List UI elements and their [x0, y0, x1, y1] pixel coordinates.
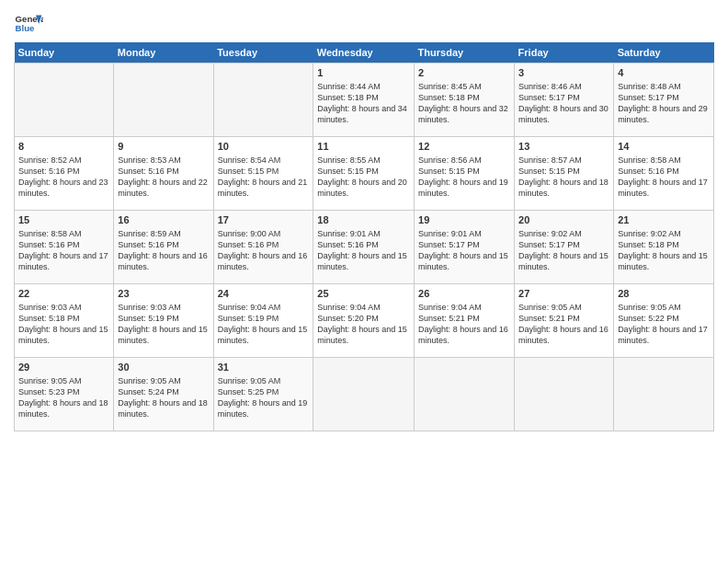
svg-text:Blue: Blue [16, 23, 35, 33]
calendar-cell: 29Sunrise: 9:05 AMSunset: 5:23 PMDayligh… [15, 358, 114, 431]
sunrise: Sunrise: 9:04 AM [218, 303, 281, 312]
sunset: Sunset: 5:19 PM [118, 314, 179, 323]
daylight: Daylight: 8 hours and 30 minutes. [518, 104, 609, 124]
sunset: Sunset: 5:15 PM [418, 167, 480, 176]
daylight: Daylight: 8 hours and 18 minutes. [518, 178, 609, 198]
calendar-cell: 3Sunrise: 8:46 AMSunset: 5:17 PMDaylight… [515, 63, 614, 137]
sunrise: Sunrise: 8:55 AM [317, 155, 381, 165]
day-number: 15 [18, 213, 109, 227]
sunset: Sunset: 5:16 PM [118, 240, 179, 249]
calendar-cell: 18Sunrise: 9:01 AMSunset: 5:16 PMDayligh… [313, 211, 415, 284]
calendar-cell: 2Sunrise: 8:45 AMSunset: 5:18 PMDaylight… [415, 63, 515, 137]
page-container: General Blue SundayMondayTuesdayWednesda… [0, 0, 728, 441]
calendar-cell [213, 63, 313, 137]
day-number: 11 [317, 140, 410, 154]
calendar-cell: 19Sunrise: 9:01 AMSunset: 5:17 PMDayligh… [415, 211, 515, 284]
sunrise: Sunrise: 9:01 AM [317, 229, 381, 238]
day-number: 13 [518, 140, 609, 154]
day-number: 19 [418, 213, 510, 227]
daylight: Daylight: 8 hours and 20 minutes. [317, 178, 407, 198]
daylight: Daylight: 8 hours and 19 minutes. [218, 398, 308, 419]
sunset: Sunset: 5:17 PM [618, 93, 679, 102]
sunset: Sunset: 5:16 PM [218, 240, 279, 249]
daylight: Daylight: 8 hours and 15 minutes. [418, 251, 508, 271]
calendar-cell: 15Sunrise: 8:58 AMSunset: 5:16 PMDayligh… [15, 211, 114, 284]
daylight: Daylight: 8 hours and 34 minutes. [317, 104, 407, 124]
calendar-cell: 10Sunrise: 8:54 AMSunset: 5:15 PMDayligh… [213, 137, 313, 211]
daylight: Daylight: 8 hours and 17 minutes. [18, 251, 108, 271]
day-of-week-row: SundayMondayTuesdayWednesdayThursdayFrid… [15, 42, 714, 63]
calendar-cell: 12Sunrise: 8:56 AMSunset: 5:15 PMDayligh… [415, 137, 515, 211]
calendar-cell: 8Sunrise: 8:52 AMSunset: 5:16 PMDaylight… [15, 137, 114, 211]
day-number: 21 [618, 213, 710, 227]
sunrise: Sunrise: 9:00 AM [218, 229, 281, 238]
calendar-cell: 11Sunrise: 8:55 AMSunset: 5:15 PMDayligh… [313, 137, 415, 211]
sunrise: Sunrise: 9:05 AM [218, 376, 281, 385]
daylight: Daylight: 8 hours and 16 minutes. [418, 325, 508, 345]
dow-header: Tuesday [213, 42, 313, 63]
calendar-week-row: 22Sunrise: 9:03 AMSunset: 5:18 PMDayligh… [15, 284, 714, 358]
sunset: Sunset: 5:16 PM [118, 167, 179, 176]
day-number: 16 [118, 213, 209, 227]
sunset: Sunset: 5:18 PM [418, 93, 480, 102]
day-number: 23 [118, 287, 209, 301]
day-number: 25 [317, 287, 410, 301]
day-number: 12 [418, 140, 510, 154]
calendar-week-row: 29Sunrise: 9:05 AMSunset: 5:23 PMDayligh… [15, 358, 714, 431]
sunset: Sunset: 5:18 PM [618, 240, 679, 249]
sunset: Sunset: 5:19 PM [218, 314, 279, 323]
sunrise: Sunrise: 8:58 AM [18, 229, 82, 238]
day-number: 8 [18, 140, 109, 154]
daylight: Daylight: 8 hours and 29 minutes. [618, 104, 708, 124]
dow-header: Monday [114, 42, 213, 63]
daylight: Daylight: 8 hours and 15 minutes. [317, 251, 407, 271]
calendar-cell: 27Sunrise: 9:05 AMSunset: 5:21 PMDayligh… [515, 284, 614, 358]
day-number: 20 [518, 213, 609, 227]
day-number: 14 [618, 140, 710, 154]
daylight: Daylight: 8 hours and 22 minutes. [118, 178, 208, 198]
sunrise: Sunrise: 9:04 AM [317, 303, 381, 312]
dow-header: Sunday [15, 42, 114, 63]
daylight: Daylight: 8 hours and 17 minutes. [618, 178, 708, 198]
sunrise: Sunrise: 8:52 AM [18, 155, 82, 165]
calendar-cell: 25Sunrise: 9:04 AMSunset: 5:20 PMDayligh… [313, 284, 415, 358]
calendar-week-row: 1Sunrise: 8:44 AMSunset: 5:18 PMDaylight… [15, 63, 714, 137]
day-number: 10 [218, 140, 310, 154]
calendar-cell: 20Sunrise: 9:02 AMSunset: 5:17 PMDayligh… [515, 211, 614, 284]
calendar-week-row: 15Sunrise: 8:58 AMSunset: 5:16 PMDayligh… [15, 211, 714, 284]
dow-header: Wednesday [313, 42, 415, 63]
day-number: 26 [418, 287, 510, 301]
sunset: Sunset: 5:18 PM [317, 93, 379, 102]
calendar-cell: 1Sunrise: 8:44 AMSunset: 5:18 PMDaylight… [313, 63, 415, 137]
sunrise: Sunrise: 9:05 AM [18, 376, 82, 385]
sunrise: Sunrise: 9:03 AM [118, 303, 181, 312]
day-number: 27 [518, 287, 609, 301]
sunset: Sunset: 5:16 PM [317, 240, 379, 249]
calendar-cell: 31Sunrise: 9:05 AMSunset: 5:25 PMDayligh… [213, 358, 313, 431]
calendar-cell: 26Sunrise: 9:04 AMSunset: 5:21 PMDayligh… [415, 284, 515, 358]
sunset: Sunset: 5:18 PM [18, 314, 80, 323]
daylight: Daylight: 8 hours and 18 minutes. [18, 398, 108, 419]
daylight: Daylight: 8 hours and 16 minutes. [218, 251, 308, 271]
daylight: Daylight: 8 hours and 15 minutes. [618, 251, 708, 271]
sunset: Sunset: 5:16 PM [18, 240, 80, 249]
sunset: Sunset: 5:21 PM [418, 314, 480, 323]
sunset: Sunset: 5:15 PM [317, 167, 379, 176]
sunset: Sunset: 5:21 PM [518, 314, 580, 323]
calendar-cell: 4Sunrise: 8:48 AMSunset: 5:17 PMDaylight… [614, 63, 714, 137]
day-number: 1 [317, 66, 410, 80]
sunset: Sunset: 5:16 PM [18, 167, 80, 176]
sunset: Sunset: 5:16 PM [618, 167, 679, 176]
header: General Blue [14, 9, 714, 39]
sunrise: Sunrise: 8:53 AM [118, 155, 181, 165]
sunrise: Sunrise: 8:58 AM [618, 155, 681, 165]
sunset: Sunset: 5:20 PM [317, 314, 379, 323]
day-number: 29 [18, 361, 109, 374]
day-number: 4 [618, 66, 710, 80]
calendar-cell [415, 358, 515, 431]
calendar-cell [114, 63, 213, 137]
day-number: 28 [618, 287, 710, 301]
daylight: Daylight: 8 hours and 16 minutes. [518, 325, 609, 345]
calendar-table: SundayMondayTuesdayWednesdayThursdayFrid… [14, 42, 714, 431]
sunrise: Sunrise: 8:54 AM [218, 155, 281, 165]
